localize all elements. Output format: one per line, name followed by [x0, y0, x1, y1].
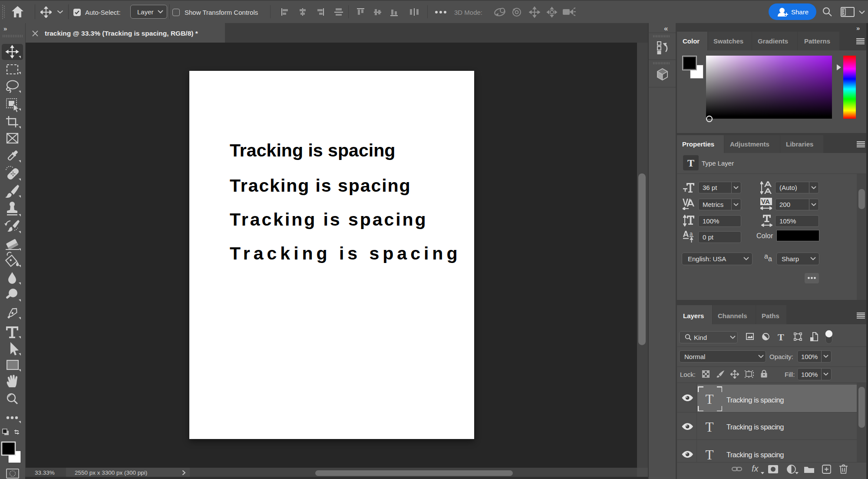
svg-text:VA: VA: [761, 198, 770, 205]
svg-text:a: a: [690, 231, 693, 237]
